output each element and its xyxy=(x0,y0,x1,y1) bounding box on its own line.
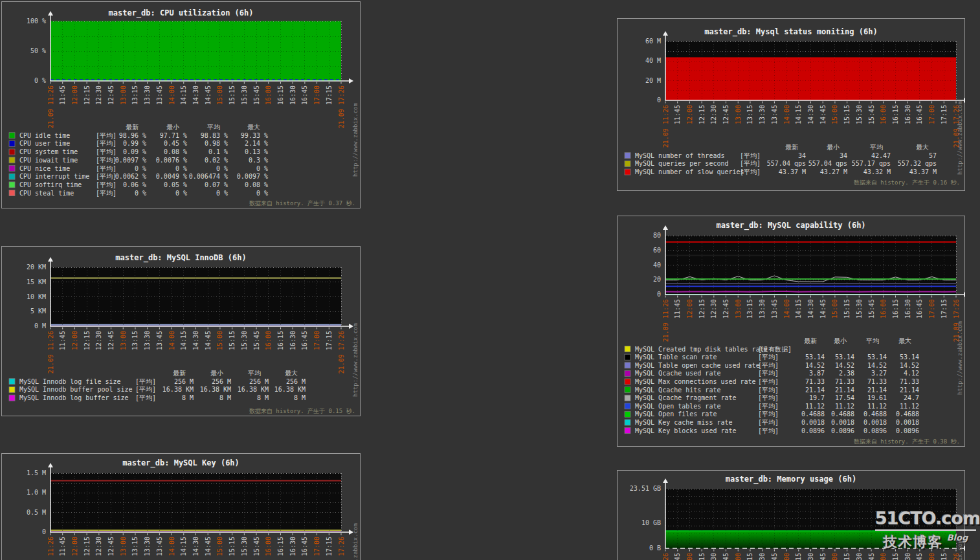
x-tick-label: 16:15 xyxy=(892,105,899,124)
x-tick-label: 16:00 xyxy=(880,105,887,124)
legend-swatch-icon xyxy=(9,386,15,392)
chart-panel-status: master_db: Mysql status moniting (6h)21.… xyxy=(617,18,965,191)
legend-swatch-icon xyxy=(9,157,15,163)
x-tick-label: 12:30 xyxy=(710,105,717,124)
legend-value: 0 % xyxy=(256,190,268,197)
x-tick-label: 12:15 xyxy=(84,537,91,556)
x-tick-label: 12:30 xyxy=(710,299,717,319)
legend-fn-label: [平均] xyxy=(758,427,779,434)
legend-series-label: MySQL Created tmp disk tables rate xyxy=(635,346,768,353)
legend-value: 2.38 xyxy=(839,370,854,377)
x-tick-label: 13:30 xyxy=(144,85,151,105)
y-tick-label: 60 M xyxy=(645,38,661,45)
legend-fn-label: [平均] xyxy=(96,140,117,147)
legend-value: 53.14 xyxy=(805,353,825,361)
y-tick-label: 40 M xyxy=(645,57,661,64)
legend-series-label: MySQL queries per second xyxy=(635,160,729,167)
x-tick-label: 21.09 11:26 xyxy=(662,553,669,560)
legend-value: 0.08 % xyxy=(164,148,187,155)
chart-footer-text: 数据来自 history. 产生于 0.38 秒. xyxy=(854,438,960,445)
legend-value: 34 xyxy=(798,152,806,159)
x-tick-label: 17:00 xyxy=(313,331,320,350)
legend-header: 最新 xyxy=(804,337,817,344)
legend-value: 14.52 xyxy=(805,362,825,369)
legend-value: 0.0896 xyxy=(863,427,887,434)
x-tick-label: 12:30 xyxy=(95,537,102,556)
legend-value: 256 M xyxy=(212,378,231,385)
x-tick-label: 14:45 xyxy=(819,299,827,319)
x-tick-label: 15:45 xyxy=(868,105,875,124)
zabbix-url-text: http://www.zabbix.com xyxy=(957,101,963,175)
legend-header: 最小 xyxy=(834,337,847,344)
legend-value: 557.32 qps xyxy=(898,160,937,167)
x-tick-label: 15:00 xyxy=(831,299,838,319)
legend-value: 43.37 M xyxy=(909,168,937,175)
legend-swatch-icon xyxy=(9,149,15,155)
legend-header: 最小 xyxy=(166,124,180,131)
x-tick-label: 15:30 xyxy=(856,105,863,124)
x-tick-label: 12:30 xyxy=(95,331,102,350)
legend-value: 19.61 xyxy=(867,394,887,401)
x-tick-label: 16:00 xyxy=(265,85,272,105)
legend-value: 0.05 % xyxy=(164,181,187,188)
legend-value: 0.4688 xyxy=(831,410,854,418)
legend-value: 0.45 % xyxy=(164,140,187,147)
legend-value: 4.12 xyxy=(904,370,919,377)
legend-fn-label: [平均] xyxy=(758,419,779,426)
x-tick-label: 13:30 xyxy=(759,105,766,124)
legend-value: 21.14 xyxy=(900,386,919,394)
x-tick-label: 16:45 xyxy=(301,537,308,556)
x-tick-label: 16:30 xyxy=(289,537,296,556)
legend-header: 最大 xyxy=(285,370,298,377)
x-tick-label: 13:30 xyxy=(759,553,766,560)
legend-value: 71.33 xyxy=(805,378,825,385)
legend-value: 0 % xyxy=(175,165,187,172)
x-tick-label: 21.09 11:26 xyxy=(47,537,54,560)
legend-value: 53.14 xyxy=(867,353,887,361)
x-tick-label: 13:00 xyxy=(120,85,127,105)
legend-value: 2.14 % xyxy=(245,140,268,147)
y-tick-label: 0 xyxy=(42,528,46,535)
x-tick-label: 15:45 xyxy=(868,553,875,560)
legend-series-label: MySQL Innodb log buffer size xyxy=(19,394,129,401)
legend-series-label: MySQL number of threads xyxy=(635,152,724,159)
legend-value: 0 % xyxy=(256,165,268,172)
legend-value: 43.32 M xyxy=(863,168,891,175)
legend-value: 97.71 % xyxy=(160,132,187,139)
legend-value: 0.08 % xyxy=(245,181,268,188)
x-tick-label: 15:00 xyxy=(831,105,838,124)
legend-value: 21.14 xyxy=(805,386,825,394)
x-axis-arrow-icon xyxy=(964,98,965,103)
x-tick-label: 16:00 xyxy=(880,299,887,319)
x-tick-label: 15:15 xyxy=(228,331,236,350)
legend-fn-label: [平均] xyxy=(758,362,779,369)
y-tick-label: 50 % xyxy=(30,47,46,54)
legend-value: 43.37 M xyxy=(779,168,806,175)
x-tick-label: 14:45 xyxy=(819,553,827,560)
x-tick-label: 12:00 xyxy=(71,331,78,350)
legend-swatch-icon xyxy=(9,140,15,146)
legend-fn-label: [平均] xyxy=(740,160,761,167)
legend-series-label: MySQL Max connections used rate xyxy=(635,378,756,385)
legend-series-label: MySQL Qcache fragment rate xyxy=(635,394,737,401)
x-tick-label: 16:45 xyxy=(916,553,923,560)
x-tick-label: 16:45 xyxy=(916,105,923,124)
x-tick-label: 21.09 11:26 xyxy=(47,85,54,128)
legend-fn-label: [平均] xyxy=(758,370,779,377)
legend-fn-label: [平均] xyxy=(740,168,761,175)
legend-value: 0.0018 xyxy=(831,419,854,426)
legend-value: 0.98 % xyxy=(205,140,228,147)
legend-series-label: CPU interrupt time xyxy=(19,173,89,180)
x-tick-label: 15:30 xyxy=(856,553,863,560)
x-tick-label: 12:15 xyxy=(84,85,91,105)
legend-swatch-icon xyxy=(625,363,630,368)
legend-value: 0.02 % xyxy=(205,157,228,164)
legend-swatch-icon xyxy=(625,387,630,393)
y-tick-label: 10 GB xyxy=(641,519,661,526)
x-tick-label: 15:30 xyxy=(241,85,248,105)
legend-swatch-icon xyxy=(9,166,15,172)
x-tick-label: 14:45 xyxy=(819,105,827,124)
x-tick-label: 15:00 xyxy=(216,331,223,350)
x-tick-label: 16:45 xyxy=(301,331,308,350)
51cto-watermark: 51CTO.com 技术博客Blog xyxy=(875,509,976,551)
